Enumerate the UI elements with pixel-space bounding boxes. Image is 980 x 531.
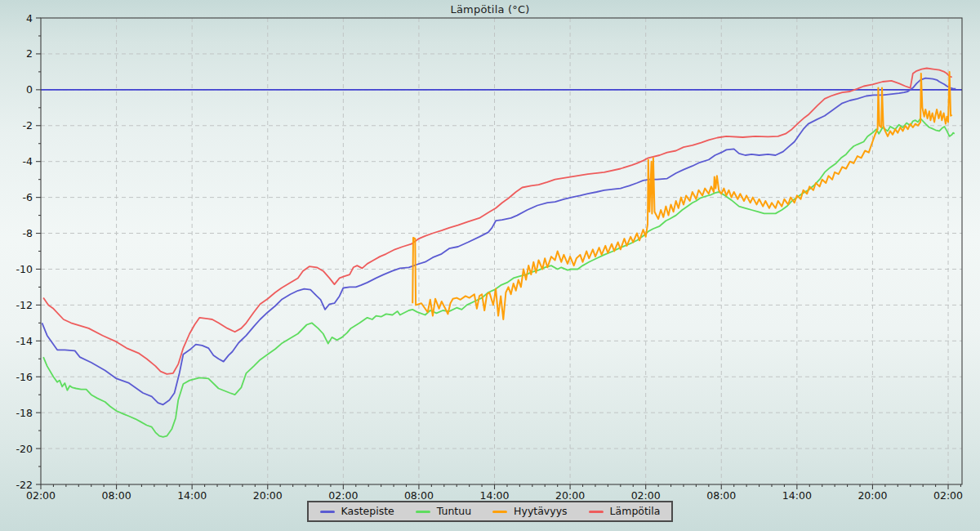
legend-label: Hyytävyys bbox=[514, 506, 567, 517]
legend-swatch bbox=[589, 511, 604, 513]
svg-text:08:00: 08:00 bbox=[102, 489, 131, 502]
legend-label: Tuntuu bbox=[437, 506, 471, 517]
svg-text:08:00: 08:00 bbox=[404, 489, 434, 502]
legend-item-lampotila: Lämpötila bbox=[589, 506, 661, 517]
chart-legend: Kastepiste Tuntuu Hyytävyys Lämpötila bbox=[0, 501, 980, 522]
svg-text:-10: -10 bbox=[16, 263, 33, 275]
svg-text:02:00: 02:00 bbox=[328, 489, 358, 502]
series-line-kastepiste bbox=[42, 78, 956, 405]
svg-text:02:00: 02:00 bbox=[631, 489, 661, 502]
svg-text:-22: -22 bbox=[16, 479, 33, 491]
svg-text:-16: -16 bbox=[16, 371, 33, 383]
svg-text:02:00: 02:00 bbox=[26, 489, 56, 502]
svg-text:-6: -6 bbox=[23, 191, 33, 203]
legend-swatch bbox=[320, 511, 335, 513]
svg-text:-2: -2 bbox=[23, 119, 33, 132]
svg-text:14:00: 14:00 bbox=[177, 489, 207, 502]
svg-text:-8: -8 bbox=[23, 227, 33, 239]
legend-item-kastepiste: Kastepiste bbox=[320, 506, 394, 517]
temperature-chart: Lämpötila (°C) 02:0008:0014:0020:0002:00… bbox=[0, 0, 980, 531]
legend-box: Kastepiste Tuntuu Hyytävyys Lämpötila bbox=[307, 501, 674, 522]
plot-frame bbox=[41, 18, 962, 484]
svg-text:-20: -20 bbox=[16, 443, 33, 455]
svg-text:14:00: 14:00 bbox=[479, 489, 509, 502]
svg-text:-4: -4 bbox=[23, 155, 33, 167]
series-line-tuntuu bbox=[43, 118, 955, 437]
legend-item-tuntuu: Tuntuu bbox=[416, 506, 471, 517]
legend-label: Lämpötila bbox=[610, 506, 661, 517]
chart-canvas: 02:0008:0014:0020:0002:0008:0014:0020:00… bbox=[0, 0, 980, 531]
svg-text:-18: -18 bbox=[16, 407, 33, 419]
gridlines bbox=[41, 18, 962, 484]
svg-text:-14: -14 bbox=[16, 335, 33, 347]
legend-item-hyytavyys: Hyytävyys bbox=[492, 506, 567, 517]
legend-swatch bbox=[492, 511, 507, 513]
svg-text:20:00: 20:00 bbox=[253, 489, 283, 502]
svg-text:20:00: 20:00 bbox=[555, 489, 585, 502]
series-line-hyytävyys bbox=[412, 72, 951, 319]
svg-text:2: 2 bbox=[26, 47, 33, 60]
svg-text:0: 0 bbox=[26, 83, 33, 96]
svg-text:20:00: 20:00 bbox=[858, 489, 887, 502]
svg-text:08:00: 08:00 bbox=[706, 489, 736, 502]
svg-text:4: 4 bbox=[26, 12, 33, 25]
legend-swatch bbox=[416, 511, 430, 513]
series-lines bbox=[42, 69, 956, 437]
svg-text:14:00: 14:00 bbox=[782, 489, 812, 502]
svg-text:02:00: 02:00 bbox=[933, 489, 963, 502]
axis-tick-labels: 02:0008:0014:0020:0002:0008:0014:0020:00… bbox=[16, 12, 964, 502]
legend-label: Kastepiste bbox=[341, 506, 394, 517]
svg-text:-12: -12 bbox=[16, 299, 33, 311]
